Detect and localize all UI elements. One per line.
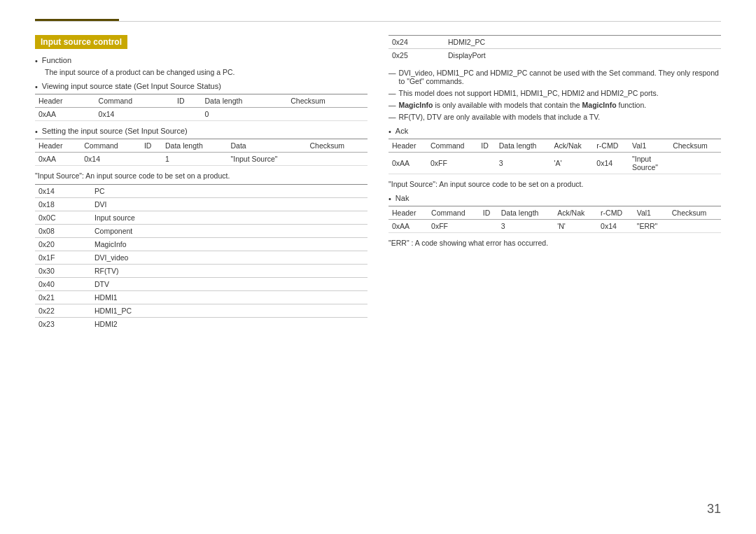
source-code-label: MagicInfo [91, 238, 368, 251]
more-code-hex: 0x24 [388, 36, 444, 49]
ack-cell-command: 0xFF [427, 153, 477, 174]
ack-cell-datalength: 3 [496, 153, 551, 174]
ack-bullet: • Ack [388, 127, 721, 136]
note-1-text: DVI_video, HDMI1_PC and HDMI2_PC cannot … [399, 69, 722, 85]
source-code-label: HDMI1_PC [91, 304, 368, 318]
ack-label: Ack [396, 127, 408, 135]
note-2-text: This model does not support HDMI1, HDMI1… [399, 89, 659, 97]
nak-cell-id [479, 220, 498, 233]
ack-note: "Input Source": An input source code to … [388, 180, 721, 188]
nak-th-val1: Val1 [634, 206, 668, 220]
nak-table: Header Command ID Data length Ack/Nak r-… [388, 206, 721, 233]
ack-cell-rcmd: 0x14 [593, 153, 629, 174]
more-code-label: DisplayPort [444, 49, 721, 62]
nak-bullet: • Nak [388, 194, 721, 203]
get-table: Header Command ID Data length Checksum 0… [35, 94, 368, 121]
note-2: — This model does not support HDMI1, HDM… [388, 89, 721, 97]
source-code-row: 0x23HDMI2 [35, 318, 368, 331]
set-row: 0xAA 0x14 1 "Input Source" [35, 153, 368, 166]
more-code-label: HDMI2_PC [444, 36, 721, 49]
top-divider [35, 21, 721, 22]
set-bullet: • Setting the input source (Set Input So… [35, 127, 368, 136]
source-code-row: 0x08Component [35, 225, 368, 238]
source-code-hex: 0x0C [35, 211, 91, 225]
ack-cell-id [477, 153, 495, 174]
source-code-row: 0x20MagicInfo [35, 238, 368, 251]
more-code-row: 0x25DisplayPort [388, 49, 721, 62]
source-code-row: 0x30RF(TV) [35, 265, 368, 278]
source-code-hex: 0x20 [35, 238, 91, 251]
nak-cell-command: 0xFF [428, 220, 479, 233]
source-code-hex: 0x30 [35, 265, 91, 278]
get-bullet: • Viewing input source state (Get Input … [35, 82, 368, 91]
input-source-note: "Input Source": An input source code to … [35, 171, 368, 180]
section-title: Input source control [35, 35, 127, 49]
get-th-header: Header [35, 94, 95, 108]
nak-label: Nak [396, 194, 410, 202]
err-note: "ERR" : A code showing what error has oc… [388, 239, 721, 247]
ack-th-checksum: Checksum [669, 139, 721, 153]
source-code-row: 0x14PC [35, 185, 368, 198]
ack-th-rcmd: r-CMD [593, 139, 629, 153]
source-code-row: 0x1FDVI_video [35, 251, 368, 265]
nak-cell-acknak: 'N' [554, 220, 597, 233]
source-code-label: HDMI2 [91, 318, 368, 331]
source-code-row: 0x18DVI [35, 198, 368, 211]
nak-th-acknak: Ack/Nak [554, 206, 597, 220]
note-3: — MagicInfo is only available with model… [388, 101, 721, 109]
source-code-label: Component [91, 225, 368, 238]
ack-th-datalength: Data length [496, 139, 551, 153]
nak-th-rcmd: r-CMD [597, 206, 634, 220]
function-label: Function [42, 56, 71, 64]
ack-th-command: Command [427, 139, 477, 153]
source-code-hex: 0x23 [35, 318, 91, 331]
source-code-label: DTV [91, 278, 368, 291]
source-code-hex: 0x40 [35, 278, 91, 291]
get-cell-checksum [287, 108, 368, 121]
ack-cell-checksum [669, 153, 721, 174]
source-code-row: 0x22HDMI1_PC [35, 304, 368, 318]
ack-th-acknak: Ack/Nak [551, 139, 594, 153]
ack-th-header: Header [388, 139, 427, 153]
bullet-dot-2: • [35, 83, 38, 91]
ack-table: Header Command ID Data length Ack/Nak r-… [388, 139, 721, 174]
function-desc: The input source of a product can be cha… [45, 68, 368, 76]
note-4-text: RF(TV), DTV are only available with mode… [399, 113, 601, 121]
set-table: Header Command ID Data length Data Check… [35, 139, 368, 166]
source-code-hex: 0x14 [35, 185, 91, 198]
nak-row: 0xAA 0xFF 3 'N' 0x14 "ERR" [388, 220, 721, 233]
ack-th-id: ID [477, 139, 495, 153]
source-code-row: 0x40DTV [35, 278, 368, 291]
source-code-label: HDMI1 [91, 291, 368, 304]
get-th-checksum: Checksum [287, 94, 368, 108]
set-cell-id [141, 153, 162, 166]
get-th-command: Command [95, 94, 174, 108]
bullet-dot-3: • [35, 127, 38, 136]
set-cell-command: 0x14 [80, 153, 141, 166]
set-cell-checksum [306, 153, 368, 166]
function-bullet: • Function [35, 56, 368, 65]
nak-th-checksum: Checksum [668, 206, 721, 220]
get-th-id: ID [174, 94, 201, 108]
get-cell-command: 0x14 [95, 108, 174, 121]
set-th-checksum: Checksum [306, 139, 368, 153]
more-code-hex: 0x25 [388, 49, 444, 62]
set-th-id: ID [141, 139, 162, 153]
source-code-hex: 0x1F [35, 251, 91, 265]
get-cell-id [174, 108, 201, 121]
more-codes-table: 0x24HDMI2_PC0x25DisplayPort [388, 35, 721, 62]
source-code-label: PC [91, 185, 368, 198]
get-cell-datalength: 0 [202, 108, 288, 121]
nak-cell-checksum [668, 220, 721, 233]
source-codes-table: 0x14PC0x18DVI0x0CInput source0x08Compone… [35, 184, 368, 330]
nak-th-header: Header [388, 206, 428, 220]
set-cell-datalength: 1 [162, 153, 227, 166]
get-cell-header: 0xAA [35, 108, 95, 121]
page-number: 31 [707, 502, 721, 517]
ack-cell-val1: "InputSource" [629, 153, 669, 174]
set-th-data: Data [227, 139, 307, 153]
source-code-label: Input source [91, 211, 368, 225]
nak-th-datalength: Data length [498, 206, 554, 220]
source-code-label: RF(TV) [91, 265, 368, 278]
source-code-hex: 0x22 [35, 304, 91, 318]
